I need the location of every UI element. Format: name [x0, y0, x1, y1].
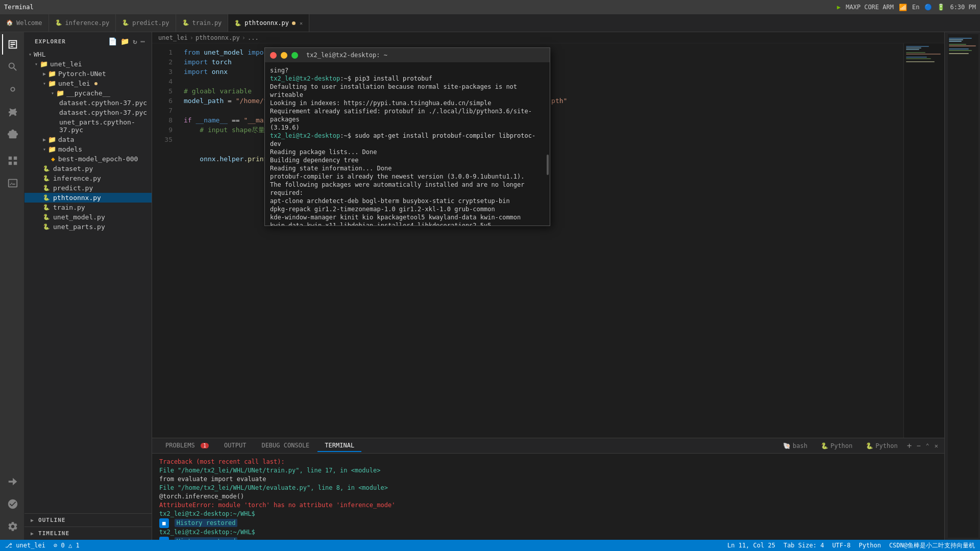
- file-pthtoonnx[interactable]: 🐍 pthtoonnx.py: [24, 193, 152, 203]
- panel-tab-problems[interactable]: PROBLEMS 1: [158, 440, 216, 452]
- breadcrumb-more[interactable]: ...: [248, 34, 259, 41]
- activitybar-account[interactable]: [2, 494, 22, 514]
- panel-tab-debug[interactable]: DEBUG CONSOLE: [254, 440, 316, 452]
- line-num-2: 2: [152, 57, 173, 67]
- term-line-9: The following packages were automaticall…: [270, 181, 545, 197]
- term-line-7: Reading state information... Done: [270, 164, 545, 172]
- csdn-label[interactable]: CSDN@鱼棒是小二叶支持向量机: [889, 541, 975, 550]
- collapse-icon[interactable]: ⋯: [141, 37, 145, 45]
- file-unet-model[interactable]: 🐍 unet_model.py: [24, 212, 152, 222]
- tab-train[interactable]: 🐍 train.py: [176, 14, 229, 32]
- tab-inference[interactable]: 🐍 inference.py: [49, 14, 116, 32]
- file-dataset2-pyc[interactable]: dataset.cpython-37.pyc: [24, 108, 152, 117]
- file-dataset-pyc[interactable]: dataset.cpython-37.pyc: [24, 98, 152, 108]
- terminal-min-btn[interactable]: [281, 52, 287, 59]
- tab-size[interactable]: Tab Size: 4: [783, 542, 824, 549]
- panel-content[interactable]: Traceback (most recent call last): File …: [152, 454, 944, 540]
- traceback-error: AttributeError: module 'torch' has no at…: [159, 501, 937, 510]
- line-num-7: 7: [152, 106, 173, 115]
- activitybar-terminal[interactable]: [2, 173, 22, 193]
- folder-data[interactable]: ▶ 📁 data: [24, 135, 152, 144]
- tab-close-btn[interactable]: ✕: [300, 20, 303, 26]
- python-session-1[interactable]: 🐍 Python: [817, 441, 856, 450]
- activitybar-docker[interactable]: [2, 471, 22, 492]
- problems-label: PROBLEMS: [165, 442, 195, 449]
- terminal-max-btn[interactable]: [291, 52, 298, 59]
- right-panel: [944, 32, 980, 540]
- term-line-5: Reading package lists... Done: [270, 148, 545, 156]
- file-unet-parts[interactable]: 🐍 unet_parts.py: [24, 222, 152, 232]
- breadcrumb-file[interactable]: pthtoonnx.py: [195, 34, 240, 41]
- activitybar-explorer[interactable]: [2, 34, 22, 55]
- outline-header[interactable]: ▶ OUTLINE: [24, 514, 152, 527]
- file-label: predict.py: [53, 184, 93, 192]
- folder-unet-lei-root[interactable]: ▾ 📁 unet_lei: [24, 59, 152, 69]
- file-best-model[interactable]: ◆ best-model_epoch-000: [24, 154, 152, 164]
- tab-welcome[interactable]: 🏠 Welcome: [0, 14, 49, 32]
- folder-pytorch-unet[interactable]: ▶ 📁 Pytorch-UNet: [24, 69, 152, 79]
- tab-predict[interactable]: 🐍 predict.py: [116, 14, 176, 32]
- cursor-position[interactable]: Ln 11, Col 25: [727, 542, 775, 549]
- file-predict[interactable]: 🐍 predict.py: [24, 183, 152, 193]
- file-train[interactable]: 🐍 train.py: [24, 203, 152, 212]
- editor-panel-column: unet_lei › pthtoonnx.py › ... 1 2 3 4 5 …: [152, 32, 944, 540]
- problems-status[interactable]: ⊘ 0 △ 1: [54, 542, 80, 549]
- term-line-3: Requirement already satisfied: protobuf …: [270, 107, 545, 123]
- term-line-1: Defaulting to user installation because …: [270, 83, 545, 99]
- py-icon: 🐍: [43, 204, 50, 211]
- timeline-header[interactable]: ▶ TIMELINE: [24, 527, 152, 540]
- panel-close-icon[interactable]: ✕: [935, 442, 938, 449]
- file-inference[interactable]: 🐍 inference.py: [24, 173, 152, 183]
- terminal-close-btn[interactable]: [270, 52, 277, 59]
- language-mode[interactable]: Python: [859, 542, 881, 549]
- activitybar-search[interactable]: [2, 57, 22, 77]
- minimap-row: [949, 39, 963, 40]
- minimap-row: [949, 41, 962, 42]
- folder-pycache[interactable]: ▾ 📁 __pycache__: [24, 88, 152, 98]
- minimap: [903, 43, 944, 438]
- activitybar-extra1[interactable]: [2, 151, 22, 171]
- session-dot: 🐍: [866, 442, 873, 449]
- breadcrumb-root[interactable]: unet_lei: [158, 34, 188, 41]
- encoding[interactable]: UTF-8: [832, 542, 850, 549]
- terminal-kill-icon[interactable]: ⌃: [926, 442, 929, 449]
- term-line-10: apt-clone archdetect-deb bogl-bterm busy…: [270, 197, 545, 205]
- sidebar-header-actions[interactable]: 📄 📁 ↻ ⋯: [108, 37, 145, 45]
- terminal-body[interactable]: sing? tx2_lei@tx2-desktop:~$ pip3 instal…: [265, 62, 550, 226]
- add-terminal-icon[interactable]: +: [907, 441, 912, 450]
- git-branch[interactable]: ⎇ unet_lei: [5, 542, 45, 549]
- activitybar: [0, 32, 24, 540]
- scrollbar[interactable]: [547, 155, 549, 175]
- chevron-icon: ▾: [43, 146, 46, 152]
- line-num-8: 8: [152, 115, 173, 125]
- tab-predict-label: predict.py: [132, 19, 169, 27]
- refresh-icon[interactable]: ↻: [133, 37, 137, 45]
- folder-whl[interactable]: ▾ WHL: [24, 49, 152, 59]
- file-dataset[interactable]: 🐍 dataset.py: [24, 164, 152, 173]
- bash-session[interactable]: 🐚 bash: [779, 441, 812, 450]
- folder-models[interactable]: ▾ 📁 models: [24, 144, 152, 154]
- new-file-icon[interactable]: 📄: [108, 37, 117, 45]
- panel-tab-terminal[interactable]: TERMINAL: [317, 440, 361, 452]
- inference-icon: 🐍: [55, 19, 62, 26]
- panel-tab-output[interactable]: OUTPUT: [217, 440, 253, 452]
- timeline-section: ▶ TIMELINE: [24, 527, 152, 540]
- python-session-2[interactable]: 🐍 Python: [862, 441, 901, 450]
- activitybar-extensions[interactable]: [2, 124, 22, 144]
- history-text-1: History restored: [175, 519, 238, 527]
- activitybar-settings[interactable]: [2, 516, 22, 537]
- chevron-icon: ▶: [43, 71, 46, 77]
- activitybar-scm[interactable]: [2, 79, 22, 99]
- terminal-overlay: tx2_lei@tx2-desktop: ~ sing? tx2_lei@tx2…: [264, 47, 550, 226]
- tab-pthtoonnx[interactable]: 🐍 pthtoonnx.py ✕: [228, 14, 309, 32]
- term-line-4: (3.19.6): [270, 123, 545, 132]
- folder-label: WHL: [34, 51, 45, 58]
- new-folder-icon[interactable]: 📁: [120, 37, 130, 45]
- file-unetparts-pyc[interactable]: unet_parts.cpython-37.pyc: [24, 117, 152, 135]
- folder-icon: 📁: [40, 60, 48, 68]
- folder-unet-lei[interactable]: ▾ 📁 unet_lei: [24, 79, 152, 88]
- folder-label: __pycache__: [66, 89, 110, 97]
- activitybar-debug[interactable]: [2, 102, 22, 122]
- svg-rect-2: [8, 162, 11, 165]
- terminal-split-icon[interactable]: ⋯: [917, 442, 920, 449]
